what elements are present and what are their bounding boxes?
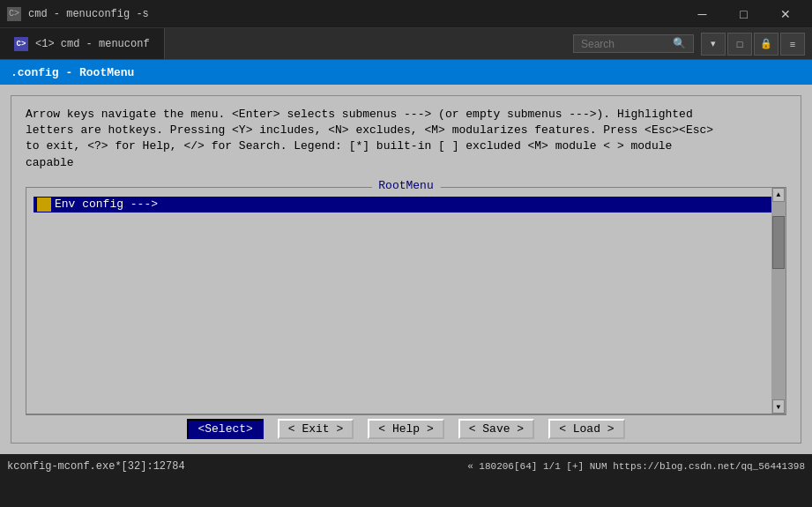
status-bar: kconfig-mconf.exe*[32]:12784 « 180206[64… — [0, 454, 812, 479]
toolbar-btn-1[interactable]: ▾ — [701, 33, 726, 56]
maximize-button[interactable]: □ — [724, 0, 764, 28]
tab-1[interactable]: C> <1> cmd - menuconf — [0, 28, 165, 59]
cmd-icon: C> — [7, 7, 21, 21]
address-bar: .config - RootMenu — [0, 60, 812, 85]
toolbar-btn-2[interactable]: □ — [727, 33, 752, 56]
status-right: « 180206[64] 1/1 [+] NUM https://blog.cs… — [467, 461, 805, 472]
terminal-area: Arrow keys navigate the menu. <Enter> se… — [11, 95, 801, 444]
minimize-button[interactable]: ─ — [682, 0, 722, 28]
tab-bar: C> <1> cmd - menuconf 🔍 ▾ □ 🔒 ≡ — [0, 28, 812, 60]
status-left: kconfig-mconf.exe*[32]:12784 — [7, 460, 185, 473]
save-button[interactable]: < Save > — [458, 419, 534, 439]
toolbar-buttons: ▾ □ 🔒 ≡ — [701, 33, 805, 56]
scrollbar-thumb[interactable] — [772, 216, 785, 269]
main-content: Arrow keys navigate the menu. <Enter> se… — [0, 85, 812, 454]
toolbar-btn-4[interactable]: ≡ — [780, 33, 805, 56]
window-title: cmd - menuconfig -s — [28, 8, 149, 20]
menu-item-env-config[interactable]: Env config ---> — [34, 197, 778, 212]
info-line-3: to exit, <?> for Help, </> for Search. L… — [26, 138, 786, 154]
info-box: Arrow keys navigate the menu. <Enter> se… — [26, 107, 786, 171]
toolbar-btn-3[interactable]: 🔒 — [754, 33, 778, 56]
close-button[interactable]: ✕ — [765, 0, 805, 28]
info-line-4: capable — [26, 155, 786, 171]
title-bar: C> cmd - menuconfig -s ─ □ ✕ — [0, 0, 812, 28]
load-button[interactable]: < Load > — [548, 419, 624, 439]
menu-item-indicator — [37, 198, 51, 212]
tab-icon: C> — [14, 37, 28, 51]
search-input[interactable] — [581, 38, 669, 50]
scroll-down-arrow[interactable]: ▼ — [772, 399, 785, 414]
info-line-2: letters are hotkeys. Pressing <Y> includ… — [26, 123, 786, 138]
menu-item-text: Env config ---> — [55, 198, 775, 211]
info-line-1: Arrow keys navigate the menu. <Enter> se… — [26, 107, 786, 123]
tab-search-area: 🔍 ▾ □ 🔒 ≡ — [566, 28, 812, 59]
scroll-up-arrow[interactable]: ▲ — [772, 188, 785, 202]
scrollbar[interactable]: ▲ ▼ — [771, 188, 786, 414]
address-text: .config - RootMenu — [11, 66, 134, 79]
rootmenu-title: RootMenu — [371, 179, 440, 192]
exit-button[interactable]: < Exit > — [278, 419, 354, 439]
tab-title: <1> cmd - menuconf — [35, 38, 150, 50]
search-box[interactable]: 🔍 — [573, 34, 694, 53]
title-bar-left: C> cmd - menuconfig -s — [7, 7, 149, 21]
rootmenu-box: RootMenu Env config ---> ▲ ▼ — [26, 187, 786, 414]
select-button[interactable]: <Select> — [187, 419, 263, 439]
bottom-button-bar: <Select> < Exit > < Help > < Save > < Lo… — [26, 414, 786, 443]
window-controls: ─ □ ✕ — [682, 0, 805, 28]
search-icon: 🔍 — [673, 37, 686, 50]
help-button[interactable]: < Help > — [368, 419, 443, 439]
